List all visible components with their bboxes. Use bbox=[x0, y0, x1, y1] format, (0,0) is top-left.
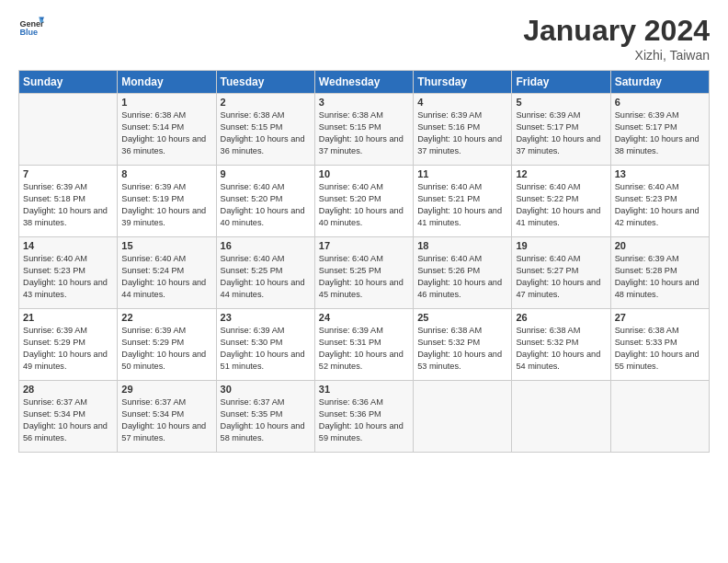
day-info: Sunrise: 6:40 AMSunset: 5:22 PMDaylight:… bbox=[516, 181, 606, 229]
day-number: 11 bbox=[417, 168, 507, 179]
day-info: Sunrise: 6:38 AMSunset: 5:32 PMDaylight:… bbox=[516, 325, 606, 373]
day-number: 22 bbox=[121, 312, 211, 323]
calendar-cell: 11Sunrise: 6:40 AMSunset: 5:21 PMDayligh… bbox=[414, 166, 512, 237]
day-number: 28 bbox=[23, 384, 113, 395]
day-number: 2 bbox=[221, 97, 311, 108]
day-number: 24 bbox=[319, 312, 409, 323]
calendar-body: 1Sunrise: 6:38 AMSunset: 5:14 PMDaylight… bbox=[19, 94, 710, 453]
day-number: 9 bbox=[221, 168, 311, 179]
day-info: Sunrise: 6:37 AMSunset: 5:34 PMDaylight:… bbox=[23, 396, 113, 444]
calendar-table: SundayMondayTuesdayWednesdayThursdayFrid… bbox=[18, 70, 710, 453]
day-info: Sunrise: 6:39 AMSunset: 5:17 PMDaylight:… bbox=[516, 109, 606, 157]
day-header-sunday: Sunday bbox=[19, 71, 118, 94]
day-header-thursday: Thursday bbox=[414, 71, 512, 94]
day-number: 14 bbox=[23, 240, 113, 251]
day-info: Sunrise: 6:39 AMSunset: 5:19 PMDaylight:… bbox=[121, 181, 211, 229]
calendar-cell: 15Sunrise: 6:40 AMSunset: 5:24 PMDayligh… bbox=[118, 237, 216, 309]
calendar-cell: 22Sunrise: 6:39 AMSunset: 5:29 PMDayligh… bbox=[118, 309, 216, 381]
day-info: Sunrise: 6:40 AMSunset: 5:20 PMDaylight:… bbox=[319, 181, 409, 229]
day-info: Sunrise: 6:39 AMSunset: 5:28 PMDaylight:… bbox=[615, 253, 705, 301]
calendar-cell: 8Sunrise: 6:39 AMSunset: 5:19 PMDaylight… bbox=[118, 166, 216, 237]
day-number: 5 bbox=[516, 97, 606, 108]
day-info: Sunrise: 6:39 AMSunset: 5:31 PMDaylight:… bbox=[319, 325, 409, 373]
day-info: Sunrise: 6:39 AMSunset: 5:18 PMDaylight:… bbox=[23, 181, 113, 229]
day-info: Sunrise: 6:39 AMSunset: 5:30 PMDaylight:… bbox=[221, 325, 311, 373]
week-row-3: 14Sunrise: 6:40 AMSunset: 5:23 PMDayligh… bbox=[19, 237, 710, 309]
day-number: 10 bbox=[319, 168, 409, 179]
month-title: January 2024 bbox=[523, 14, 710, 48]
calendar-cell: 3Sunrise: 6:38 AMSunset: 5:15 PMDaylight… bbox=[314, 94, 413, 166]
calendar-cell: 30Sunrise: 6:37 AMSunset: 5:35 PMDayligh… bbox=[216, 381, 314, 453]
header-row: SundayMondayTuesdayWednesdayThursdayFrid… bbox=[19, 71, 710, 94]
day-info: Sunrise: 6:40 AMSunset: 5:24 PMDaylight:… bbox=[121, 253, 211, 301]
calendar-cell: 23Sunrise: 6:39 AMSunset: 5:30 PMDayligh… bbox=[216, 309, 314, 381]
calendar-cell: 25Sunrise: 6:38 AMSunset: 5:32 PMDayligh… bbox=[414, 309, 512, 381]
calendar-cell: 31Sunrise: 6:36 AMSunset: 5:36 PMDayligh… bbox=[314, 381, 413, 453]
day-number: 25 bbox=[417, 312, 507, 323]
day-info: Sunrise: 6:37 AMSunset: 5:34 PMDaylight:… bbox=[121, 396, 211, 444]
calendar-cell: 2Sunrise: 6:38 AMSunset: 5:15 PMDaylight… bbox=[216, 94, 314, 166]
week-row-4: 21Sunrise: 6:39 AMSunset: 5:29 PMDayligh… bbox=[19, 309, 710, 381]
week-row-2: 7Sunrise: 6:39 AMSunset: 5:18 PMDaylight… bbox=[19, 166, 710, 237]
day-number: 20 bbox=[615, 240, 705, 251]
logo-icon: General Blue bbox=[18, 14, 44, 40]
calendar-cell: 1Sunrise: 6:38 AMSunset: 5:14 PMDaylight… bbox=[118, 94, 216, 166]
day-number: 19 bbox=[516, 240, 606, 251]
day-info: Sunrise: 6:37 AMSunset: 5:35 PMDaylight:… bbox=[221, 396, 311, 444]
calendar-cell bbox=[512, 381, 610, 453]
day-info: Sunrise: 6:39 AMSunset: 5:29 PMDaylight:… bbox=[121, 325, 211, 373]
day-number: 31 bbox=[319, 384, 409, 395]
calendar-cell: 6Sunrise: 6:39 AMSunset: 5:17 PMDaylight… bbox=[610, 94, 709, 166]
calendar-cell: 7Sunrise: 6:39 AMSunset: 5:18 PMDaylight… bbox=[19, 166, 118, 237]
week-row-5: 28Sunrise: 6:37 AMSunset: 5:34 PMDayligh… bbox=[19, 381, 710, 453]
day-number: 1 bbox=[121, 97, 211, 108]
calendar-cell: 16Sunrise: 6:40 AMSunset: 5:25 PMDayligh… bbox=[216, 237, 314, 309]
day-number: 15 bbox=[121, 240, 211, 251]
day-number: 12 bbox=[516, 168, 606, 179]
calendar-cell: 9Sunrise: 6:40 AMSunset: 5:20 PMDaylight… bbox=[216, 166, 314, 237]
calendar-cell bbox=[19, 94, 118, 166]
calendar-cell: 24Sunrise: 6:39 AMSunset: 5:31 PMDayligh… bbox=[314, 309, 413, 381]
day-number: 4 bbox=[417, 97, 507, 108]
week-row-1: 1Sunrise: 6:38 AMSunset: 5:14 PMDaylight… bbox=[19, 94, 710, 166]
day-info: Sunrise: 6:39 AMSunset: 5:29 PMDaylight:… bbox=[23, 325, 113, 373]
day-info: Sunrise: 6:40 AMSunset: 5:26 PMDaylight:… bbox=[417, 253, 507, 301]
day-info: Sunrise: 6:40 AMSunset: 5:23 PMDaylight:… bbox=[615, 181, 705, 229]
day-number: 30 bbox=[221, 384, 311, 395]
day-info: Sunrise: 6:39 AMSunset: 5:16 PMDaylight:… bbox=[417, 109, 507, 157]
location: Xizhi, Taiwan bbox=[523, 48, 710, 63]
calendar-cell: 28Sunrise: 6:37 AMSunset: 5:34 PMDayligh… bbox=[19, 381, 118, 453]
day-number: 29 bbox=[121, 384, 211, 395]
calendar-cell: 14Sunrise: 6:40 AMSunset: 5:23 PMDayligh… bbox=[19, 237, 118, 309]
calendar-cell bbox=[610, 381, 709, 453]
day-number: 23 bbox=[221, 312, 311, 323]
day-info: Sunrise: 6:40 AMSunset: 5:20 PMDaylight:… bbox=[221, 181, 311, 229]
day-number: 17 bbox=[319, 240, 409, 251]
day-info: Sunrise: 6:38 AMSunset: 5:15 PMDaylight:… bbox=[319, 109, 409, 157]
day-header-wednesday: Wednesday bbox=[314, 71, 413, 94]
day-number: 18 bbox=[417, 240, 507, 251]
day-number: 21 bbox=[23, 312, 113, 323]
day-info: Sunrise: 6:38 AMSunset: 5:14 PMDaylight:… bbox=[121, 109, 211, 157]
svg-text:Blue: Blue bbox=[19, 28, 38, 37]
calendar-cell: 18Sunrise: 6:40 AMSunset: 5:26 PMDayligh… bbox=[414, 237, 512, 309]
calendar-cell: 20Sunrise: 6:39 AMSunset: 5:28 PMDayligh… bbox=[610, 237, 709, 309]
header: General Blue January 2024 Xizhi, Taiwan bbox=[18, 14, 710, 63]
main-container: General Blue January 2024 Xizhi, Taiwan … bbox=[0, 0, 728, 462]
day-number: 26 bbox=[516, 312, 606, 323]
calendar-cell: 29Sunrise: 6:37 AMSunset: 5:34 PMDayligh… bbox=[118, 381, 216, 453]
calendar-cell: 10Sunrise: 6:40 AMSunset: 5:20 PMDayligh… bbox=[314, 166, 413, 237]
calendar-cell: 13Sunrise: 6:40 AMSunset: 5:23 PMDayligh… bbox=[610, 166, 709, 237]
day-number: 6 bbox=[615, 97, 705, 108]
calendar-cell: 17Sunrise: 6:40 AMSunset: 5:25 PMDayligh… bbox=[314, 237, 413, 309]
calendar-cell: 5Sunrise: 6:39 AMSunset: 5:17 PMDaylight… bbox=[512, 94, 610, 166]
day-info: Sunrise: 6:40 AMSunset: 5:21 PMDaylight:… bbox=[417, 181, 507, 229]
logo: General Blue bbox=[18, 14, 44, 40]
day-number: 27 bbox=[615, 312, 705, 323]
day-number: 13 bbox=[615, 168, 705, 179]
day-info: Sunrise: 6:40 AMSunset: 5:25 PMDaylight:… bbox=[221, 253, 311, 301]
day-info: Sunrise: 6:40 AMSunset: 5:25 PMDaylight:… bbox=[319, 253, 409, 301]
day-number: 8 bbox=[121, 168, 211, 179]
day-info: Sunrise: 6:38 AMSunset: 5:33 PMDaylight:… bbox=[615, 325, 705, 373]
day-header-monday: Monday bbox=[118, 71, 216, 94]
